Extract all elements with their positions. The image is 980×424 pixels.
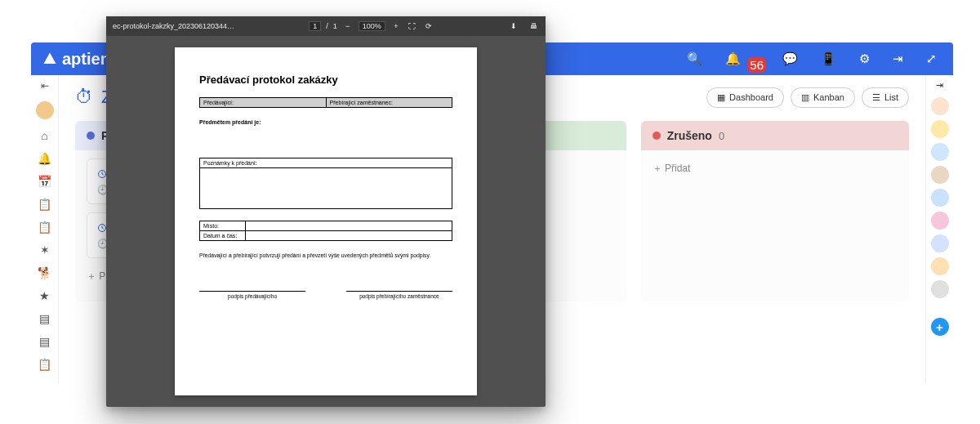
pdf-zoom-out-button[interactable]: − [342,20,354,32]
person-avatar[interactable] [931,120,949,138]
pdf-page-sep: / [326,22,328,30]
pdf-col-left: Předávající: [200,98,327,108]
left-rail: ⇤ ⌂ 🔔 📅 📋 📋 ✶ 🐕 ★ ▤ ▤ 📋 [31,75,59,383]
pdf-page-total: 1 [333,22,337,30]
pdf-notes-cell [200,168,452,209]
view-kanban-button[interactable]: ▥ Kanban [791,87,855,108]
fullscreen-icon[interactable]: ⤢ [926,51,937,66]
clipboard2-icon[interactable]: 📋 [38,221,51,234]
nodes-icon[interactable]: ✶ [40,243,50,257]
settings-icon[interactable]: ⚙ [859,51,870,66]
column-title: Zrušeno [667,129,712,142]
stopwatch-icon: ⏱ [75,87,93,108]
column-count: 0 [719,130,724,142]
pdf-notes-label: Poznámky k předání: [200,158,452,168]
kanban-column-zruseno: Zrušeno0＋ Přidat [641,121,909,301]
view-list-button[interactable]: ☰ List [862,87,909,108]
pdf-zoom-in-button[interactable]: + [390,20,402,32]
person-avatar[interactable] [931,212,949,230]
pdf-confirm-text: Předávající a přebírající potvrzují před… [199,252,452,258]
person-avatar[interactable] [931,257,949,275]
pdf-rotate-button[interactable]: ⟳ [423,20,434,32]
pdf-download-button[interactable]: ⬇ [508,20,519,32]
pdf-filename: ec-protokol-zakzky_20230612034437.pdf [113,22,235,30]
pdf-page: Předávací protokol zakázky Předávající: … [175,47,477,395]
pdf-place-value [245,221,452,231]
person-avatar[interactable] [931,280,949,298]
clipboard3-icon[interactable]: 📋 [38,358,51,371]
rail-bell-icon[interactable]: 🔔 [38,152,51,165]
right-rail: ⇥ + [925,75,953,383]
person-avatar[interactable] [931,97,949,115]
brand-logo[interactable]: aptien [42,50,110,69]
pdf-subject-label: Předmětem předání je: [199,119,452,125]
view-dashboard-button[interactable]: ▦ Dashboard [706,87,784,108]
rail-collapse-icon[interactable]: ⇤ [41,80,49,91]
mobile-icon[interactable]: 📱 [821,51,836,66]
pdf-sig-left: podpis předávajícího [199,291,305,299]
person-avatar[interactable] [931,234,949,252]
add-card-button[interactable]: ＋ Přidat [653,158,898,179]
brand-text: aptien [62,50,110,69]
pdf-datetime-label: Datum a čas: [200,231,246,241]
user-avatar[interactable] [36,101,54,119]
pdf-doc-title: Předávací protokol zakázky [199,74,452,86]
right-rail-collapse-icon[interactable]: ⇥ [936,80,943,91]
doc-icon[interactable]: ▤ [39,312,50,325]
dog-icon[interactable]: 🐕 [38,266,51,279]
pdf-place-label: Místo: [200,221,246,231]
clipboard-icon[interactable]: 📋 [38,198,51,211]
home-icon[interactable]: ⌂ [41,129,47,142]
person-avatar[interactable] [931,143,949,161]
column-body: ＋ Přidat [641,150,909,301]
view-switch: ▦ Dashboard ▥ Kanban ☰ List [706,87,909,108]
calendar-icon[interactable]: 📅 [38,175,51,188]
pdf-fit-button[interactable]: ⛶ [407,20,418,32]
pdf-print-button[interactable]: 🖶 [528,20,539,32]
search-icon[interactable]: 🔍 [687,51,702,66]
bell-badge: 56 [747,57,766,73]
column-header: Zrušeno0 [641,121,909,150]
chat-icon[interactable]: 💬 [782,51,798,66]
pdf-zoom-level[interactable]: 100% [359,21,385,31]
logout-icon[interactable]: ⇥ [893,51,903,66]
doc2-icon[interactable]: ▤ [39,335,50,348]
add-person-button[interactable]: + [931,318,949,336]
status-dot [653,132,661,140]
bell-icon[interactable]: 🔔56 [725,51,760,66]
person-avatar[interactable] [931,189,949,207]
pdf-datetime-value [245,231,452,241]
pdf-toolbar: ec-protokol-zakzky_20230612034437.pdf 1 … [106,16,546,36]
pdf-page-current[interactable]: 1 [309,21,321,31]
pdf-sig-right: podpis přebírajícího zaměstnance [346,291,452,299]
pdf-viewport[interactable]: Předávací protokol zakázky Předávající: … [106,36,546,407]
star-icon[interactable]: ★ [39,289,50,302]
pdf-col-right: Přebírající zaměstnanec: [326,98,452,108]
status-dot [87,132,95,140]
person-avatar[interactable] [931,166,949,184]
pdf-viewer: ec-protokol-zakzky_20230612034437.pdf 1 … [106,16,546,407]
